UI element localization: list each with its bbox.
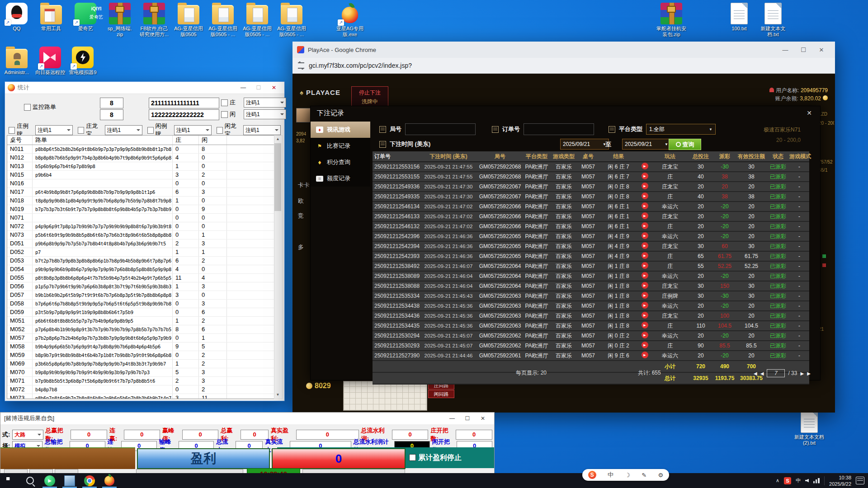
replay-icon[interactable]	[642, 252, 648, 259]
url-text[interactable]: gci.myf7f3bx.com/pc/pcv2/index.jsp?	[309, 62, 412, 69]
table-row[interactable]: M059 b8p9b7p9t9b8b9b8b4t6b4b7p1b8t7b9b8b…	[7, 351, 277, 360]
sidebar-tab[interactable]: 比赛记录	[311, 138, 370, 154]
banker-checkbox[interactable]: 庄	[221, 99, 236, 107]
replay-icon[interactable]	[642, 192, 648, 199]
pen-icon[interactable]: ✎	[642, 472, 646, 479]
table-row[interactable]: N071 0 0	[7, 214, 277, 222]
replay-icon[interactable]	[642, 163, 648, 169]
sidebar-menu-fragment[interactable]: 卡卡	[298, 181, 310, 189]
table-row[interactable]: N013 b5p6b9p6p7b4t6p7p8b9p8 1 0	[7, 162, 277, 171]
replay-icon[interactable]	[642, 292, 648, 299]
pair-select[interactable]: 注码1	[105, 125, 142, 135]
sidebar-menu-fragment[interactable]: 欧	[298, 197, 304, 205]
platform-select[interactable]: 1.全部	[646, 124, 716, 135]
taskbar-item-yaxing[interactable]	[99, 473, 119, 488]
pair-select[interactable]: 注码1	[174, 125, 212, 135]
bet-row[interactable]: 250921212549335 2025-09-21 21:47:30 GM05…	[373, 192, 809, 202]
table-row[interactable]: D058 b7p6p6t6p7b8b8p5t9b9p9p5p7b6p5t6t6p…	[7, 300, 277, 308]
desktop-icon[interactable]: AG-亚星信用 版0505	[171, 3, 206, 38]
tray-sogou-icon[interactable]: S	[784, 477, 791, 484]
code-input-1[interactable]	[149, 98, 219, 108]
table-row[interactable]: M057 p7b2p8p6p7b2b4b6p9p7b7p3b8b7p9p9p9b…	[7, 334, 277, 343]
close-button[interactable]: ✕	[475, 415, 491, 422]
table-row[interactable]: D056 p1p5p7b7p9b6t9p9b7p6p6b3b8p8t3b7t9p…	[7, 282, 277, 291]
sidebar-menu-fragment[interactable]: 竞	[298, 212, 304, 220]
table-row[interactable]: M052 p7p6p8b4b1b9b9p8p9t3b7b7p9b7b9b7b9p…	[7, 325, 277, 334]
bet-row[interactable]: 250921212546134 2025-09-21 21:47:02 GM05…	[373, 202, 809, 212]
count-input-1[interactable]	[100, 98, 123, 108]
profit-button[interactable]: 盈利	[137, 448, 270, 469]
bet-row[interactable]: 250921212530293 2025-09-21 21:45:07 GM05…	[373, 341, 809, 351]
replay-icon[interactable]	[642, 183, 648, 189]
table-row[interactable]: D053 b7t2p7b8b7p9p8b3p8b8p8b6p1b7b8p9b4b…	[7, 257, 277, 265]
desktop-icon[interactable]: AG-亚星信用 版0505 - ...	[240, 3, 274, 38]
table-row[interactable]: N073 p5b6t6b9t9p9b9b8b5p8b6t6b7p7b6b3t8p…	[7, 231, 277, 239]
network-icon[interactable]	[813, 478, 820, 483]
table-row[interactable]: D055 p8t8b8p3p8b8b6p8p6p4t7b7b5b9b4p7p5t…	[7, 274, 277, 282]
replay-icon[interactable]	[642, 342, 648, 348]
scroll-up-icon[interactable]: ▲	[274, 136, 281, 143]
table-row[interactable]: D051 p9b6p8b9p9p7b7p5b7p7b8b4t4t8p8b4b7p…	[7, 239, 277, 248]
bet-row[interactable]: 250921212535334 2025-09-21 21:45:43 GM05…	[373, 291, 809, 301]
desktop-icon[interactable]: 掌舵者挂机安 装包.zip	[654, 3, 689, 38]
table-row[interactable]: D057 b9b1b6b9b2p6t5b9p7t9t9t6b7b7p6b8p3p…	[7, 291, 277, 300]
ask-player-button[interactable]: 闲问路	[428, 390, 454, 398]
bet-row[interactable]: 250921212534435 2025-09-21 21:45:36 GM05…	[373, 321, 809, 331]
replay-icon[interactable]	[642, 352, 648, 358]
table-row[interactable]: N016 0 0	[7, 179, 277, 188]
replay-icon[interactable]	[642, 173, 648, 179]
table-row[interactable]: D059 p3t5b9p7p8p9p9p9t1b9p9p8b8b6b6t7p5b…	[7, 308, 277, 317]
replay-icon[interactable]	[642, 242, 648, 249]
bot-titlebar[interactable]: [赌博违规后果自负] — ☐ ✕	[0, 413, 494, 424]
replay-icon[interactable]	[642, 332, 648, 338]
replay-icon[interactable]	[642, 222, 648, 229]
moon-icon[interactable]: ☽	[625, 472, 630, 479]
stats-titlebar[interactable]: 统计 — ☐ ✕	[5, 82, 284, 94]
bet-row[interactable]: 250921212538088 2025-09-21 21:46:04 GM05…	[373, 282, 809, 291]
bet-row[interactable]: 250921212534438 2025-09-21 21:45:36 GM05…	[373, 301, 809, 311]
count-input-2[interactable]	[100, 109, 123, 120]
pair-select[interactable]: 注码1	[35, 125, 73, 135]
bet-row[interactable]: 250921212553156 2025-09-21 21:47:55 GM05…	[373, 162, 809, 172]
prev-page-icon[interactable]: ◀	[760, 371, 764, 376]
close-button[interactable]: ✕	[812, 47, 830, 53]
order-input[interactable]	[524, 123, 594, 135]
desktop-icon[interactable]: 常用工具	[34, 3, 68, 32]
minimize-button[interactable]: —	[236, 84, 251, 91]
bet-row[interactable]: 250921212542393 2025-09-21 21:46:36 GM05…	[373, 252, 809, 262]
table-row[interactable]: M058 b9b4p9p6p6b5b7p6p9p9t4p7p8b8p9b7b6p…	[7, 343, 277, 351]
replay-icon[interactable]	[642, 272, 648, 279]
code-input-2[interactable]	[149, 109, 219, 120]
minimize-button[interactable]: —	[444, 415, 460, 422]
table-row[interactable]: N018 t8p8p9p9b8b1p8b4p9p9t9p9b7b6p8p9p7b…	[7, 197, 277, 205]
table-row[interactable]: M069 p3b6b5p8p6p9b7p8b9p9p7b8p9p9p9b7p4t…	[7, 360, 277, 368]
table-row[interactable]: D054 p9b9p9p9b6b9p8b6p7p9p9p7p9p9b7p6b8b…	[7, 265, 277, 274]
bet-row[interactable]: 250921212530294 2025-09-21 21:45:07 GM05…	[373, 331, 809, 341]
replay-icon[interactable]	[642, 312, 648, 319]
taskbar-item-leidian[interactable]	[40, 473, 60, 488]
bet-row[interactable]: 250921212549336 2025-09-21 21:47:30 GM05…	[373, 182, 809, 192]
desktop-icon[interactable]: 新建文本文 档.txt	[756, 3, 790, 38]
pair-select[interactable]: 注码1	[243, 125, 281, 135]
maximize-button[interactable]: ☐	[794, 47, 812, 53]
table-row[interactable]: N017 p6t4b9b8p9b8t7p6p8p9b8b8b7b9p7b9p9p…	[7, 188, 277, 197]
first-page-icon[interactable]: ◀	[754, 371, 757, 376]
desktop-icon[interactable]: 向日葵远程控	[33, 47, 67, 75]
close-icon[interactable]: ✕	[805, 109, 814, 117]
browser-titlebar[interactable]: PlayAce - Google Chrome — ☐ ✕	[292, 42, 835, 58]
desktop-icon[interactable]: QQ	[0, 3, 34, 32]
page-input[interactable]: 7	[767, 369, 785, 377]
start-button[interactable]	[0, 473, 20, 488]
avatar[interactable]	[296, 108, 311, 122]
bet-row[interactable]: 250921212546133 2025-09-21 21:47:02 GM05…	[373, 212, 809, 222]
desktop-icon[interactable]: FB软件,自己 研究使用方...	[137, 3, 171, 38]
scroll-thumb[interactable]	[274, 143, 281, 211]
scroll-down-icon[interactable]: ▼	[274, 391, 281, 399]
notification-icon[interactable]	[856, 477, 864, 484]
taskbar-item-chrome[interactable]	[80, 473, 99, 488]
table-row[interactable]: N019 b7p7b3p7b3t6b9t7p7b7p9p8b8b8t6p9b8b…	[7, 205, 277, 214]
bet-row[interactable]: 250921212542396 2025-09-21 21:46:36 GM05…	[373, 232, 809, 242]
desktop-icon[interactable]: AG-亚星信用 版0505 - ...	[274, 3, 309, 38]
settings-icon[interactable]: ⚙	[658, 472, 664, 479]
table-row[interactable]: M072 b4p8p7b8 0 2	[7, 385, 277, 394]
